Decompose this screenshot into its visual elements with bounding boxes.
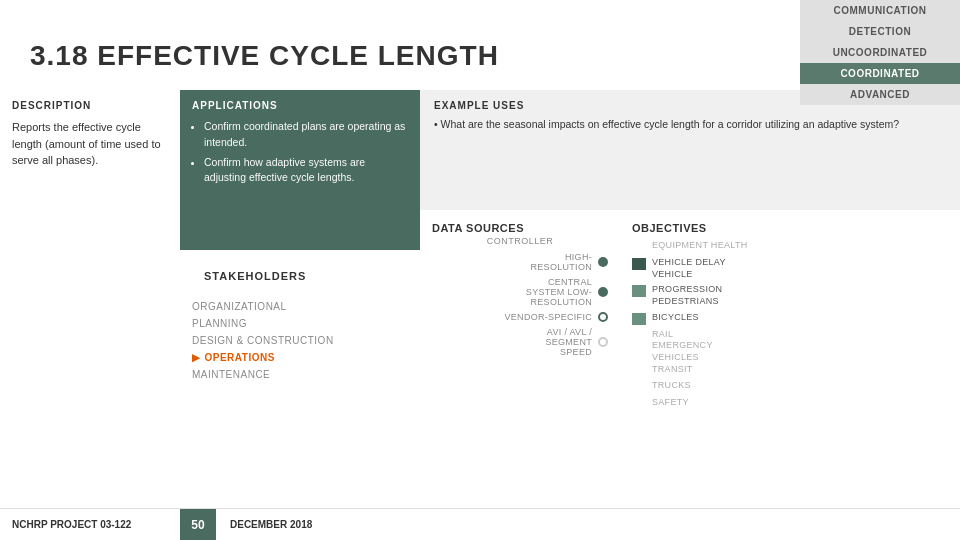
ds-dot-avi	[598, 337, 608, 347]
obj-trucks: TRUCKS	[632, 380, 948, 393]
stakeholder-operations: OPERATIONS	[192, 349, 408, 366]
right-column: EXAMPLE USES What are the seasonal impac…	[420, 90, 960, 540]
description-text: Reports the effective cycle length (amou…	[12, 119, 168, 169]
application-item-1: Confirm coordinated plans are operating …	[204, 119, 408, 151]
obj-bicycles: BICYCLES	[632, 312, 948, 325]
data-sources-column: DATA SOURCES CONTROLLER HIGH-RESOLUTION …	[420, 212, 620, 540]
obj-rail: RAILEMERGENCYVEHICLESTRANSIT	[632, 329, 948, 376]
label-detection[interactable]: DETECTION	[800, 21, 960, 42]
description-column: DESCRIPTION Reports the effective cycle …	[0, 90, 180, 540]
obj-bar-rail	[632, 330, 646, 342]
stakeholder-organizational: ORGANIZATIONAL	[192, 298, 408, 315]
obj-bar-progression	[632, 285, 646, 297]
label-coordinated[interactable]: COORDINATED	[800, 63, 960, 84]
ds-dot-vendor	[598, 312, 608, 322]
data-obj-row: DATA SOURCES CONTROLLER HIGH-RESOLUTION …	[420, 210, 960, 540]
ds-label-central: CENTRALSYSTEM LOW-RESOLUTION	[432, 277, 598, 307]
nchrp-label: NCHRP PROJECT 03-122	[0, 519, 131, 530]
main-content: DESCRIPTION Reports the effective cycle …	[0, 90, 960, 540]
data-sources-subtitle: CONTROLLER	[432, 236, 608, 246]
application-item-2: Confirm how adaptive systems are adjusti…	[204, 155, 408, 187]
objectives-column: OBJECTIVES EQUIPMENT HEALTH VEHICLE DELA…	[620, 212, 960, 540]
example-uses-text: What are the seasonal impacts on effecti…	[434, 117, 946, 133]
obj-label-bicycles: BICYCLES	[652, 312, 699, 324]
obj-safety: SAFETY	[632, 397, 948, 410]
ds-label-high-res: HIGH-RESOLUTION	[432, 252, 598, 272]
obj-label-progression: PROGRESSIONPEDESTRIANS	[652, 284, 722, 307]
objectives-title: OBJECTIVES	[632, 222, 948, 234]
obj-bar-trucks	[632, 381, 646, 393]
label-communication[interactable]: COMMUNICATION	[800, 0, 960, 21]
ds-item-central: CENTRALSYSTEM LOW-RESOLUTION	[432, 277, 608, 307]
label-advanced[interactable]: ADVANCED	[800, 84, 960, 105]
obj-bar-equipment	[632, 241, 646, 253]
applications-box: APPLICATIONS Confirm coordinated plans a…	[180, 90, 420, 250]
page-number: 50	[180, 509, 216, 541]
obj-label-equipment: EQUIPMENT HEALTH	[652, 240, 747, 252]
obj-equipment-health: EQUIPMENT HEALTH	[632, 240, 948, 253]
footer-bar: 50 DECEMBER 2018	[180, 508, 960, 540]
applications-header: APPLICATIONS	[192, 100, 408, 111]
data-sources-title: DATA SOURCES	[432, 222, 608, 234]
obj-label-vehicle-delay: VEHICLE DELAYVEHICLE	[652, 257, 726, 280]
label-uncoordinated[interactable]: UNCOORDINATED	[800, 42, 960, 63]
description-header: DESCRIPTION	[12, 100, 168, 111]
applications-list: Confirm coordinated plans are operating …	[192, 119, 408, 186]
stakeholder-maintenance: MAINTENANCE	[192, 366, 408, 383]
obj-label-safety: SAFETY	[652, 397, 689, 409]
obj-label-rail: RAILEMERGENCYVEHICLESTRANSIT	[652, 329, 713, 376]
stakeholders-box: STAKEHOLDERS ORGANIZATIONAL PLANNING DES…	[180, 250, 420, 393]
ds-label-vendor: VENDOR-SPECIFIC	[432, 312, 598, 322]
obj-bar-bicycles	[632, 313, 646, 325]
footer-date: DECEMBER 2018	[216, 519, 312, 530]
obj-label-trucks: TRUCKS	[652, 380, 691, 392]
obj-vehicle-delay: VEHICLE DELAYVEHICLE	[632, 257, 948, 280]
ds-item-high-res: HIGH-RESOLUTION	[432, 252, 608, 272]
middle-column: APPLICATIONS Confirm coordinated plans a…	[180, 90, 420, 540]
obj-bar-safety	[632, 398, 646, 410]
example-uses-box: EXAMPLE USES What are the seasonal impac…	[420, 90, 960, 210]
obj-bar-vehicle-delay	[632, 258, 646, 270]
stakeholders-header: STAKEHOLDERS	[192, 260, 408, 292]
obj-progression: PROGRESSIONPEDESTRIANS	[632, 284, 948, 307]
stakeholder-planning: PLANNING	[192, 315, 408, 332]
page-title: 3.18 EFFECTIVE CYCLE LENGTH	[30, 40, 790, 72]
ds-label-avi: AVI / AVL /SEGMENTSPEED	[432, 327, 598, 357]
status-labels: COMMUNICATION DETECTION UNCOORDINATED CO…	[800, 0, 960, 105]
stakeholder-design: DESIGN & CONSTRUCTION	[192, 332, 408, 349]
ds-dot-high-res	[598, 257, 608, 267]
ds-dot-central	[598, 287, 608, 297]
page-title-area: 3.18 EFFECTIVE CYCLE LENGTH	[20, 30, 790, 82]
ds-item-vendor: VENDOR-SPECIFIC	[432, 312, 608, 322]
ds-item-avi: AVI / AVL /SEGMENTSPEED	[432, 327, 608, 357]
